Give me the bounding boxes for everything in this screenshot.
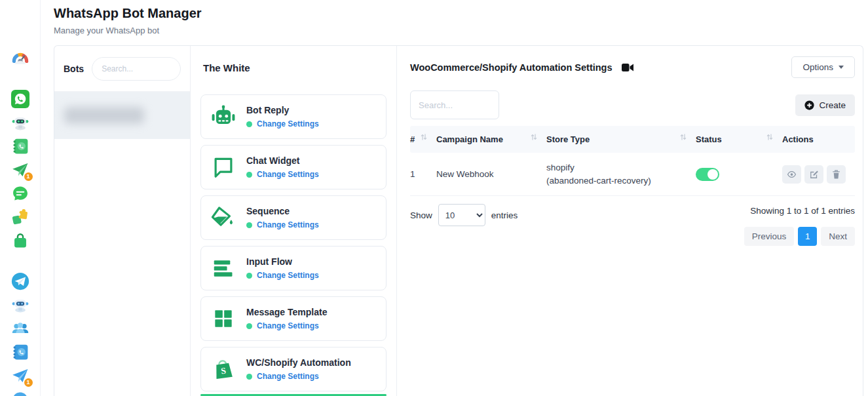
- delete-button[interactable]: [827, 165, 846, 184]
- plus-circle-icon: [804, 100, 814, 110]
- chat-telegram-icon[interactable]: [10, 389, 30, 396]
- sequence-icon: [211, 205, 236, 230]
- page-size-control: Show 10 entries: [410, 204, 518, 226]
- status-dot-icon: [246, 273, 252, 279]
- store-type-cell: shopify (abandoned-cart-recovery): [546, 161, 696, 187]
- column-header-store-type[interactable]: Store Type: [546, 134, 696, 144]
- telegram-icon[interactable]: [10, 271, 30, 291]
- chevron-down-icon: [839, 66, 844, 69]
- change-settings-label: Change Settings: [257, 170, 319, 179]
- bots-panel: Bots: [54, 46, 191, 396]
- feature-card-bot-reply[interactable]: Bot Reply Change Settings: [200, 94, 387, 139]
- whatsapp-campaign-icon[interactable]: 1: [10, 160, 30, 180]
- showing-entries-text: Showing 1 to 1 of 1 entries: [744, 206, 855, 216]
- feature-title: Bot Reply: [246, 105, 319, 115]
- page-size-select[interactable]: 10: [438, 204, 485, 226]
- edit-icon: [810, 170, 819, 179]
- message-template-icon: [211, 306, 236, 331]
- change-settings-label: Change Settings: [257, 271, 319, 280]
- features-panel: The White Bot Reply Change Settings: [191, 46, 397, 396]
- sort-icon: [680, 133, 687, 143]
- edit-button[interactable]: [804, 165, 823, 184]
- column-header-actions: Actions: [782, 134, 855, 144]
- trash-icon: [832, 170, 840, 179]
- chat-widget-icon: [211, 155, 236, 180]
- icon-rail: 1: [0, 0, 41, 396]
- status-dot-icon: [246, 222, 252, 228]
- change-settings-label: Change Settings: [257, 220, 319, 229]
- bots-label: Bots: [64, 64, 84, 74]
- telegram-groups-icon[interactable]: [10, 319, 30, 338]
- pagination: Previous 1 Next: [744, 227, 855, 246]
- previous-page-button[interactable]: Previous: [744, 227, 795, 246]
- page-subtitle: Manage your WhatsApp bot: [54, 26, 868, 35]
- sort-icon: [766, 133, 773, 143]
- feature-card-sequence[interactable]: Sequence Change Settings: [200, 195, 387, 240]
- actions-cell: [782, 165, 855, 184]
- column-header-campaign-name[interactable]: Campaign Name: [436, 134, 546, 144]
- eye-icon: [787, 170, 797, 178]
- bot-manager-panel: Bots The White Bot Reply: [54, 45, 863, 396]
- show-label: Show: [410, 210, 432, 220]
- input-flow-icon: [211, 256, 236, 281]
- store-icon[interactable]: [10, 231, 30, 250]
- view-button[interactable]: [782, 165, 801, 184]
- notification-badge: 1: [24, 172, 33, 181]
- row-index: 1: [410, 169, 436, 179]
- dashboard-icon[interactable]: [10, 49, 30, 68]
- change-settings-link[interactable]: Change Settings: [246, 271, 319, 280]
- entries-label: entries: [491, 210, 518, 220]
- whatsapp-icon[interactable]: [10, 89, 30, 109]
- chat-whatsapp-icon[interactable]: [10, 184, 30, 203]
- column-header-index[interactable]: #: [410, 134, 436, 144]
- feature-card-wc-shopify-automation[interactable]: S WC/Shopify Automation Change Settings: [200, 347, 387, 391]
- table-search-input[interactable]: [410, 90, 499, 119]
- change-settings-link[interactable]: Change Settings: [246, 220, 319, 229]
- column-header-status[interactable]: Status: [696, 134, 782, 144]
- campaign-name-cell: New Webhook: [436, 169, 546, 179]
- bots-panel-header: Bots: [54, 46, 190, 92]
- whatsapp-bot-icon[interactable]: [10, 113, 30, 132]
- main-area: WhatsApp Bot Manager Manage your WhatsAp…: [41, 0, 868, 396]
- page-header: WhatsApp Bot Manager Manage your WhatsAp…: [41, 0, 868, 35]
- telegram-bot-icon[interactable]: [10, 295, 30, 315]
- change-settings-label: Change Settings: [257, 321, 319, 330]
- toggle-knob: [708, 169, 718, 180]
- whatsapp-contacts-icon[interactable]: [10, 136, 30, 156]
- change-settings-link[interactable]: Change Settings: [246, 119, 319, 129]
- bot-name-redacted: [64, 107, 144, 124]
- bot-list-item-selected[interactable]: [54, 92, 190, 139]
- change-settings-link[interactable]: Change Settings: [246, 170, 319, 179]
- page-1-button[interactable]: 1: [798, 227, 817, 246]
- automation-title: WooCommerce/Shopify Automation Settings: [410, 62, 613, 73]
- telegram-contacts-icon[interactable]: [10, 342, 30, 362]
- status-dot-icon: [246, 121, 252, 127]
- bots-search-input[interactable]: [92, 57, 181, 81]
- status-cell: [696, 168, 782, 181]
- create-label: Create: [819, 100, 846, 110]
- bot-reply-icon: [211, 104, 236, 129]
- feature-card-input-flow[interactable]: Input Flow Change Settings: [200, 246, 387, 290]
- sort-icon: [531, 133, 537, 143]
- sort-icon: [421, 133, 427, 143]
- feature-title: WC/Shopify Automation: [246, 357, 351, 368]
- page-title: WhatsApp Bot Manager: [54, 6, 868, 21]
- change-settings-label: Change Settings: [257, 372, 319, 381]
- options-label: Options: [802, 62, 833, 72]
- telegram-campaign-icon[interactable]: 1: [10, 366, 30, 386]
- change-settings-link[interactable]: Change Settings: [246, 321, 327, 330]
- next-page-button[interactable]: Next: [821, 227, 855, 246]
- notification-badge: 1: [24, 378, 33, 387]
- feature-card-message-template[interactable]: Message Template Change Settings: [200, 296, 387, 341]
- feature-title: Sequence: [246, 206, 319, 216]
- video-tutorial-icon[interactable]: [622, 63, 633, 72]
- table-row: 1 New Webhook shopify (abandoned-cart-re…: [410, 153, 855, 196]
- change-settings-link[interactable]: Change Settings: [246, 372, 351, 381]
- feature-card-chat-widget[interactable]: Chat Widget Change Settings: [200, 145, 387, 189]
- integrations-icon[interactable]: [10, 207, 30, 227]
- pagination-area: Showing 1 to 1 of 1 entries Previous 1 N…: [744, 204, 855, 246]
- options-button[interactable]: Options: [791, 56, 855, 78]
- status-dot-icon: [246, 323, 252, 329]
- create-button[interactable]: Create: [795, 94, 855, 116]
- status-toggle-on[interactable]: [696, 168, 719, 181]
